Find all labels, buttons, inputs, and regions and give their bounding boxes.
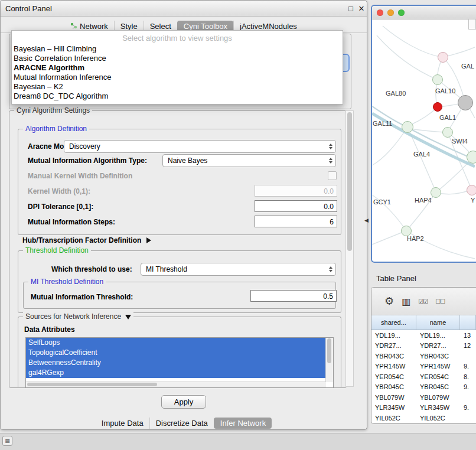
table-cell[interactable]: YBL079W (416, 394, 460, 401)
list-horizontal-scrollbar[interactable] (26, 381, 326, 387)
sources-title-text: Sources for Network Inference (25, 312, 121, 321)
table-cell[interactable]: 13 (460, 332, 476, 339)
sources-title[interactable]: Sources for Network Inference (23, 312, 133, 321)
algorithm-option-mutual-information-inference[interactable]: Mutual Information Inference (12, 73, 343, 82)
table-cell[interactable]: YBR043C (416, 353, 460, 360)
settings-scrollbar[interactable] (345, 110, 354, 387)
aracne-mode-select[interactable]: Discovery (64, 140, 336, 153)
tab-label: Style (120, 22, 138, 31)
table-row[interactable]: YBR045CYBR045C9. (371, 382, 476, 393)
table-cell[interactable]: YBL079W (371, 394, 416, 401)
attribute-item-gal4rgexp[interactable]: gal4RGexp (26, 368, 326, 378)
table-row[interactable]: YBL079WYBL079W (371, 392, 476, 403)
network-node[interactable] (432, 74, 443, 85)
column-view-icon[interactable]: ▥ (402, 296, 410, 307)
table-row[interactable]: YPR145WYPR145W9. (371, 361, 476, 372)
control-panel-titlebar[interactable]: Control Panel □ ✕ (1, 1, 367, 17)
threshold-select[interactable]: MI Threshold (141, 263, 336, 276)
attribute-item-betweennesscentrality[interactable]: BetweennessCentrality (26, 358, 326, 368)
table-cell[interactable]: YPR145W (371, 363, 416, 370)
scrollbar-thumb[interactable] (347, 112, 352, 251)
mi-type-value: Naive Bayes (168, 156, 207, 165)
settings-gear-icon[interactable]: ⚙ (384, 295, 394, 308)
column-header-extra[interactable] (460, 315, 476, 330)
column-header-name[interactable]: name (416, 315, 460, 330)
table-cell[interactable]: 9. (460, 404, 476, 411)
apply-button[interactable]: Apply (161, 395, 206, 409)
table-row[interactable]: YLR345WYLR345W9. (371, 403, 476, 413)
table-cell[interactable]: YDR27... (371, 342, 416, 349)
manual-kernel-checkbox[interactable] (328, 171, 337, 180)
network-node[interactable] (402, 121, 413, 133)
mi-type-label: Mutual Information Algorithm Type: (28, 156, 147, 165)
table-toolbar: ⚙▥☑☑☐☐ (371, 288, 476, 315)
algorithm-option-dream8-dc-tdc-algorithm[interactable]: Dream8 DC_TDC Algorithm (12, 92, 343, 101)
hub-definition-label[interactable]: Hub/Transcription Factor Definition (22, 236, 151, 244)
tab-discretize-data[interactable]: Discretize Data (149, 418, 214, 429)
expand-arrow-icon[interactable] (146, 237, 151, 243)
mi-threshold-field[interactable]: 0.5 (250, 290, 337, 302)
table-cell[interactable]: 9. (460, 363, 476, 370)
table-cell[interactable]: 8. (460, 373, 476, 380)
mi-algorithm-type-select[interactable]: Naive Bayes (162, 154, 336, 167)
table-cell[interactable]: YLR345W (371, 404, 416, 411)
table-cell[interactable]: YER054C (371, 373, 416, 380)
table-row[interactable]: YIL052CYIL052C (371, 413, 476, 423)
network-node[interactable] (433, 102, 442, 112)
table-cell[interactable]: YER054C (416, 373, 460, 380)
network-node[interactable] (467, 185, 476, 195)
algorithm-option-bayesian-hill-climbing[interactable]: Bayesian – Hill Climbing (12, 44, 343, 54)
table-cell[interactable]: YPR145W (416, 363, 460, 370)
collapse-arrow-icon[interactable] (125, 315, 131, 319)
table-cell[interactable]: 12 (460, 342, 476, 349)
mac-zoom-button[interactable] (398, 9, 405, 16)
network-node[interactable] (438, 52, 448, 63)
close-window-icon[interactable]: ✕ (356, 4, 367, 13)
network-node[interactable] (458, 95, 473, 110)
table-panel-window: ⚙▥☑☑☐☐ shared...name YDL19...YDL19...13Y… (371, 287, 476, 424)
mi-steps-field[interactable]: 6 (255, 216, 337, 227)
network-node[interactable] (431, 187, 441, 198)
tab-infer-network[interactable]: Infer Network (214, 418, 272, 429)
attribute-item-selfloops[interactable]: SelfLoops (26, 338, 326, 348)
mac-minimize-button[interactable] (387, 9, 394, 16)
scrollbar-thumb[interactable] (27, 383, 157, 386)
table-cell[interactable]: YBR043C (371, 353, 416, 360)
network-node[interactable] (467, 151, 476, 164)
kernel-width-field[interactable]: 0.0 (255, 185, 337, 197)
deselect-all-icon[interactable]: ☐☐ (435, 298, 445, 305)
mac-close-button[interactable] (377, 9, 383, 16)
table-cell[interactable]: YBR045C (371, 383, 416, 390)
status-bar (0, 433, 476, 450)
network-scrollbar-stub[interactable] (468, 19, 476, 30)
panel-splitter-handle[interactable] (364, 217, 369, 223)
table-cell[interactable]: YDL19... (416, 332, 460, 339)
table-cell[interactable]: YDR27... (416, 342, 460, 349)
algorithm-option-basic-correlation-inference[interactable]: Basic Correlation Inference (12, 54, 343, 63)
table-cell[interactable]: YIL052C (371, 415, 416, 422)
dpi-tolerance-field[interactable]: 0.0 (255, 200, 337, 212)
column-header-shared-[interactable]: shared... (371, 315, 416, 330)
table-cell[interactable]: YDL19... (371, 332, 416, 339)
tab-label: Cyni Toolbox (184, 22, 227, 31)
algorithm-option-bayesian-k2[interactable]: Bayesian – K2 (12, 82, 343, 92)
select-all-icon[interactable]: ☑☑ (418, 298, 428, 305)
table-cell[interactable]: YBR045C (416, 383, 460, 390)
table-row[interactable]: YER054CYER054C8. (371, 371, 476, 382)
table-cell[interactable]: YLR345W (416, 404, 460, 411)
tab-impute-data[interactable]: Impute Data (96, 418, 149, 429)
algorithm-option-aracne-algorithm[interactable]: ARACNE Algorithm (12, 63, 343, 73)
table-row[interactable]: YDR27...YDR27...12 (371, 341, 476, 351)
float-window-icon[interactable]: □ (345, 4, 356, 13)
table-cell[interactable]: 9. (460, 383, 476, 390)
network-node[interactable] (442, 127, 453, 138)
panel-dock-icon[interactable] (2, 436, 12, 446)
network-canvas[interactable]: GALGAL80GAL10GAL11GAL1SWI4GAL4GCY1HAP4YH… (372, 19, 476, 262)
network-window-titlebar[interactable] (372, 6, 476, 19)
attribute-item-topologicalcoefficient[interactable]: TopologicalCoefficient (26, 348, 326, 358)
table-cell[interactable]: YIL052C (416, 415, 460, 422)
table-row[interactable]: YDL19...YDL19...13 (371, 330, 476, 341)
table-row[interactable]: YBR043CYBR043C (371, 351, 476, 361)
list-vertical-scrollbar[interactable] (325, 338, 333, 382)
scrollbar-thumb[interactable] (327, 338, 331, 363)
